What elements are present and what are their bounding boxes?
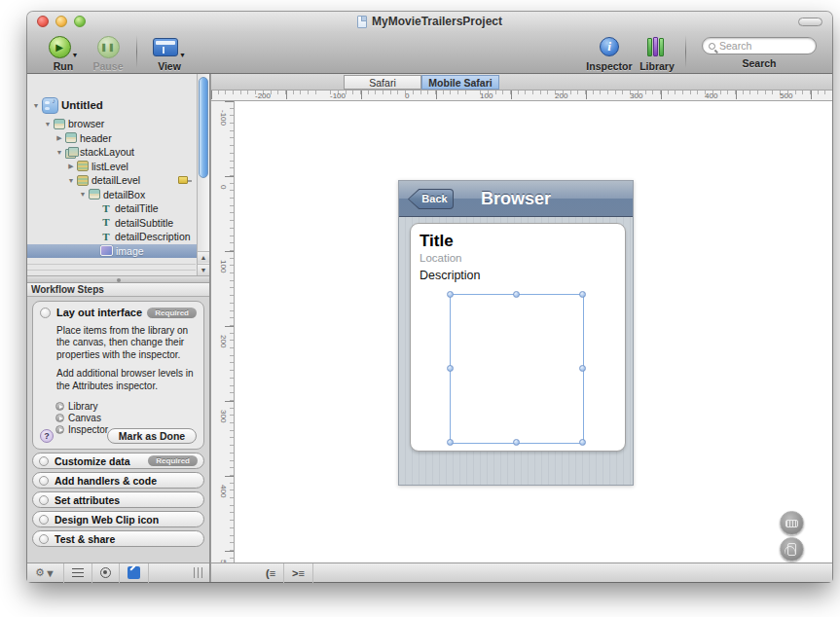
mark-as-done-button[interactable]: Mark as Done (107, 428, 197, 444)
tree-label: detailTitle (115, 202, 159, 214)
selection-handle[interactable] (447, 291, 454, 298)
selection-handle[interactable] (447, 365, 454, 372)
tree-row-detailBox[interactable]: ▼detailBox (27, 188, 209, 202)
disclosure-closed-icon[interactable]: ▶ (55, 134, 64, 142)
stack-expand-button[interactable]: >≡ (284, 563, 313, 583)
selection-handle[interactable] (513, 291, 520, 298)
rotate-device-button[interactable] (780, 537, 804, 562)
sidebar-splitter[interactable] (27, 275, 209, 283)
toolbar-toggle-pill[interactable] (798, 18, 822, 26)
list-icon (72, 568, 84, 577)
step-link-label: Canvas (68, 413, 101, 423)
ruler-tick-label: 300 (219, 410, 228, 422)
run-dropdown-icon[interactable]: ▼ (72, 52, 79, 58)
disclosure-open-icon[interactable]: ▼ (55, 149, 64, 156)
disclosure-open-icon[interactable]: ▼ (66, 177, 76, 184)
selection-handle[interactable] (513, 439, 520, 446)
keyboard-toggle-button[interactable] (780, 511, 804, 535)
stack-collapse-icon: (≡ (266, 567, 275, 579)
tree-label: browser (68, 118, 104, 129)
workflow-step-add-handlers-code[interactable]: Add handlers & code (32, 472, 204, 489)
disclosure-open-icon[interactable]: ▼ (78, 191, 88, 198)
workflow-step-customize-data[interactable]: Customize dataRequired (32, 453, 204, 469)
target-icon (100, 567, 111, 578)
title-bar[interactable]: MyMovieTrailersProject (27, 12, 832, 31)
detail-title[interactable]: Title (420, 232, 454, 251)
workflow-step-list: Customize dataRequiredAdd handlers & cod… (27, 453, 209, 547)
canvas-bottom-bar: (≡ >≡ (211, 563, 832, 582)
disclosure-open-icon[interactable]: ▼ (31, 102, 41, 109)
step-radio[interactable] (40, 308, 51, 318)
detail-description[interactable]: Description (420, 269, 481, 282)
tree-row-stackLayout[interactable]: ▼stackLayout (27, 145, 209, 160)
run-button[interactable]: ▶▼ Run (41, 33, 86, 72)
search-input[interactable] (719, 40, 807, 52)
inspector-button[interactable]: i Inspector (584, 33, 635, 72)
step-link-canvas[interactable]: Canvas (55, 413, 197, 424)
ruler-tick-label: 400 (705, 91, 717, 100)
window-title: MyMovieTrailersProject (372, 15, 502, 28)
step-radio[interactable] (39, 515, 49, 525)
mobile-safari-preview: Back Browser Title Location Description (398, 180, 634, 486)
levels-icon (77, 161, 89, 171)
tree-row-image[interactable]: image (27, 244, 209, 259)
selection-handle[interactable] (579, 439, 586, 446)
list-view-button[interactable] (64, 563, 92, 583)
tree-row-detailTitle[interactable]: TdetailTitle (27, 201, 209, 216)
disclosure-closed-icon[interactable]: ▶ (66, 163, 76, 170)
sidebar-bottom-bar: ⚙▼ (27, 563, 209, 582)
step-paragraph: Place items from the library on the canv… (56, 325, 202, 361)
view-dropdown-icon[interactable]: ▼ (179, 52, 186, 58)
step-radio[interactable] (39, 534, 49, 544)
detail-subtitle[interactable]: Location (420, 252, 461, 264)
edit-mode-button[interactable] (120, 563, 149, 583)
step-link-label: Library (68, 401, 98, 412)
view-button[interactable]: ▼ View (147, 33, 192, 72)
tree-row-listLevel[interactable]: ▶listLevel (27, 160, 209, 174)
workflow-active-step: Lay out interface Required Place items f… (32, 301, 204, 450)
tree-row-browser[interactable]: ▼browser (27, 117, 209, 131)
image-selection-rect[interactable] (450, 294, 584, 444)
run-play-icon: ▶ (49, 36, 71, 58)
selection-handle[interactable] (579, 291, 586, 298)
step-link-library[interactable]: Library (55, 401, 197, 413)
workflow-steps-header: Workflow Steps (27, 283, 209, 297)
tree-label: detailLevel (91, 174, 140, 186)
actions-menu-button[interactable]: ⚙▼ (27, 563, 64, 583)
disclosure-open-icon[interactable]: ▼ (43, 121, 53, 127)
stack-collapse-button[interactable]: (≡ (258, 563, 284, 583)
selection-handle[interactable] (579, 365, 586, 372)
selection-handle[interactable] (447, 439, 454, 446)
toolbar-separator (685, 35, 686, 68)
dashcode-window: MyMovieTrailersProject ▶▼ Run ❚❚ Pause ▼… (27, 12, 832, 582)
widget-icon (65, 132, 77, 143)
ruler-tick-label: 200 (555, 91, 567, 100)
search-field[interactable] (702, 37, 817, 54)
library-button[interactable]: Library (635, 33, 679, 72)
step-radio[interactable] (39, 456, 49, 466)
tree-scrollbar[interactable]: ▲ ▼ (197, 74, 209, 275)
tree-row-header[interactable]: ▶header (27, 131, 209, 146)
tree-scrollbar-thumb[interactable] (199, 77, 208, 178)
help-button[interactable]: ? (40, 429, 54, 443)
design-canvas[interactable]: Back Browser Title Location Description (235, 101, 832, 563)
tab-mobile-safari[interactable]: Mobile Safari (421, 75, 499, 90)
workflow-step-design-web-clip-icon[interactable]: Design Web Clip icon (32, 511, 204, 527)
workflow-step-test-share[interactable]: Test & share (32, 530, 204, 547)
tree-row-detailSubtitle[interactable]: TdetailSubtitle (27, 216, 209, 231)
tree-row-Untitled[interactable]: ▼Untitled (27, 93, 209, 117)
keyboard-icon (785, 520, 798, 527)
edit-pencil-icon (128, 566, 140, 579)
canvas-area: SafariMobile Safari -200-100010020030040… (210, 74, 832, 582)
step-radio[interactable] (39, 476, 49, 486)
scroll-up-icon[interactable]: ▲ (198, 251, 209, 263)
resize-handle[interactable] (194, 567, 205, 578)
tab-safari[interactable]: Safari (344, 75, 421, 90)
step-radio[interactable] (39, 495, 49, 505)
tree-row-detailDescription[interactable]: TdetailDescription (27, 230, 209, 244)
tree-row-detailLevel[interactable]: ▼detailLevel (27, 173, 209, 188)
workflow-step-set-attributes[interactable]: Set attributes (32, 491, 204, 508)
text-icon: T (100, 217, 112, 228)
scroll-down-icon[interactable]: ▼ (198, 264, 209, 275)
record-button[interactable] (92, 563, 120, 583)
